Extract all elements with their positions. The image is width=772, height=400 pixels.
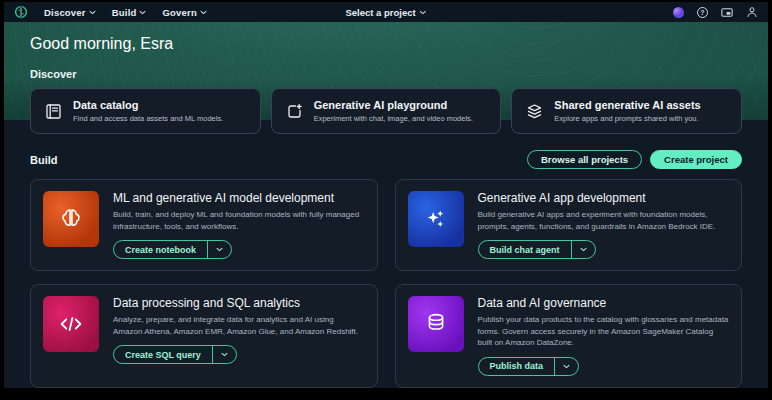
publish-data-button[interactable]: Publish data — [479, 358, 555, 375]
nav-menu-govern-label: Govern — [162, 7, 196, 18]
card-description: Find and access data assets and ML model… — [73, 114, 223, 123]
build-section-heading: Build — [30, 154, 58, 166]
profile-icon[interactable] — [746, 6, 758, 18]
create-project-button[interactable]: Create project — [650, 150, 742, 169]
chevron-down-icon — [580, 247, 587, 252]
card-description: Build generative AI apps and experiment … — [478, 209, 730, 232]
card-data-processing-sql-analytics[interactable]: Data processing and SQL analytics Analyz… — [30, 284, 378, 388]
create-notebook-dropdown-toggle[interactable] — [207, 241, 231, 258]
data-catalog-icon — [45, 103, 62, 120]
publish-data-dropdown-toggle[interactable] — [554, 358, 578, 375]
chevron-down-icon — [221, 352, 228, 357]
page-title: Good morning, Esra — [30, 22, 742, 53]
discover-section-heading: Discover — [30, 68, 742, 80]
card-body: Data and AI governance Publish your data… — [478, 296, 730, 376]
card-generative-ai-app-development[interactable]: Generative AI app development Build gene… — [395, 179, 743, 271]
card-generative-ai-playground[interactable]: Generative AI playground Experiment with… — [271, 88, 502, 134]
playground-icon — [286, 103, 303, 120]
create-sql-query-button[interactable]: Create SQL query — [114, 346, 212, 363]
card-ml-model-development[interactable]: ML and generative AI model development B… — [30, 179, 378, 271]
shared-assets-icon — [526, 103, 543, 120]
create-notebook-split-button: Create notebook — [113, 240, 232, 259]
card-text: Data catalog Find and access data assets… — [73, 99, 223, 123]
card-title: Shared generative AI assets — [554, 99, 700, 111]
app-window: Discover Build Govern Select a project ? — [4, 2, 768, 388]
card-data-ai-governance[interactable]: Data and AI governance Publish your data… — [395, 284, 743, 388]
card-data-catalog[interactable]: Data catalog Find and access data assets… — [30, 88, 261, 134]
feedback-icon[interactable] — [721, 7, 733, 18]
create-sql-query-split-button: Create SQL query — [113, 345, 237, 364]
top-nav: Discover Build Govern Select a project ? — [4, 2, 768, 22]
discover-cards-row: Data catalog Find and access data assets… — [30, 88, 742, 134]
build-chat-agent-dropdown-toggle[interactable] — [571, 241, 595, 258]
card-body: Generative AI app development Build gene… — [478, 191, 730, 259]
card-title: Data and AI governance — [478, 296, 730, 310]
card-description: Build, train, and deploy ML and foundati… — [113, 209, 365, 232]
browse-all-projects-button[interactable]: Browse all projects — [527, 150, 642, 169]
create-sql-query-dropdown-toggle[interactable] — [212, 346, 236, 363]
chevron-down-icon — [420, 10, 427, 15]
nav-menu-build-label: Build — [112, 7, 137, 18]
publish-data-split-button: Publish data — [478, 357, 580, 376]
card-description: Experiment with chat, image, and video m… — [314, 114, 473, 123]
nav-menu-govern[interactable]: Govern — [162, 7, 206, 18]
nav-menu-discover-label: Discover — [44, 7, 86, 18]
card-body: Data processing and SQL analytics Analyz… — [113, 296, 365, 376]
database-icon — [408, 296, 464, 352]
card-text: Shared generative AI assets Explore apps… — [554, 99, 700, 123]
nav-utility-icons: ? — [673, 6, 758, 18]
brain-icon — [43, 191, 99, 247]
project-selector-label: Select a project — [345, 7, 415, 18]
chevron-down-icon — [200, 10, 207, 15]
build-chat-agent-split-button: Build chat agent — [478, 240, 596, 259]
project-selector[interactable]: Select a project — [345, 7, 426, 18]
card-shared-generative-ai-assets[interactable]: Shared generative AI assets Explore apps… — [511, 88, 742, 134]
build-chat-agent-button[interactable]: Build chat agent — [479, 241, 571, 258]
build-section: Build Browse all projects Create project — [4, 150, 768, 388]
build-header-actions: Browse all projects Create project — [527, 150, 742, 169]
card-title: Generative AI playground — [314, 99, 473, 111]
card-description: Publish your data products to the catalo… — [478, 314, 730, 349]
nav-menu-build[interactable]: Build — [112, 7, 147, 18]
sparkles-icon — [408, 191, 464, 247]
card-title: Data processing and SQL analytics — [113, 296, 365, 310]
chevron-down-icon — [139, 10, 146, 15]
code-icon — [43, 296, 99, 352]
create-notebook-button[interactable]: Create notebook — [114, 241, 207, 258]
build-section-header: Build Browse all projects Create project — [30, 150, 742, 169]
card-title: Data catalog — [73, 99, 223, 111]
hero-banner: Good morning, Esra Discover Data catalog… — [4, 22, 768, 120]
chevron-down-icon — [89, 10, 96, 15]
nav-menu-discover[interactable]: Discover — [44, 7, 96, 18]
amazon-q-icon[interactable] — [673, 7, 684, 18]
card-description: Explore apps and prompts shared with you… — [554, 114, 700, 123]
card-title: ML and generative AI model development — [113, 191, 365, 205]
card-description: Analyze, prepare, and integrate data for… — [113, 314, 365, 337]
build-cards-grid: ML and generative AI model development B… — [30, 179, 742, 388]
chevron-down-icon — [563, 364, 570, 369]
chevron-down-icon — [216, 247, 223, 252]
help-icon[interactable]: ? — [697, 7, 708, 18]
card-text: Generative AI playground Experiment with… — [314, 99, 473, 123]
sagemaker-unified-studio-logo-icon[interactable] — [14, 5, 28, 19]
card-title: Generative AI app development — [478, 191, 730, 205]
card-body: ML and generative AI model development B… — [113, 191, 365, 259]
